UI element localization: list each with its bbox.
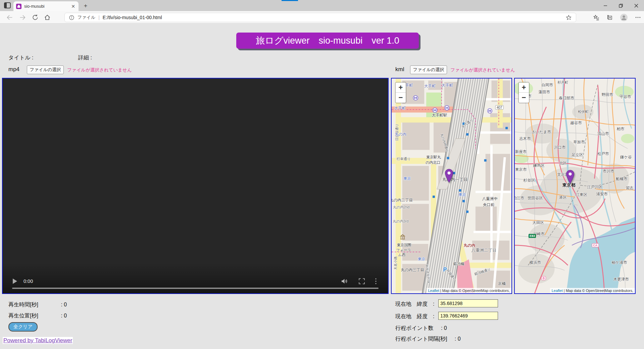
- app-title-banner: 旅ログviewer sio-musubi ver 1.0: [236, 33, 419, 49]
- window-controls: [598, 0, 644, 11]
- mute-icon[interactable]: [340, 277, 348, 285]
- fullscreen-icon[interactable]: [358, 277, 366, 285]
- longitude-label: 現在地 経度 :: [395, 313, 434, 319]
- map-attribution: Leaflet | Map data © OpenStreetMap contr…: [550, 288, 635, 293]
- play-time-row: 再生時間[秒] : 0: [8, 301, 67, 308]
- map-marker-icon[interactable]: [445, 169, 453, 183]
- info-icon[interactable]: [69, 15, 75, 20]
- address-bar[interactable]: ファイル | E:/tlv/sio-musubi_01-00.html: [64, 13, 576, 22]
- zoom-in-button[interactable]: +: [396, 83, 406, 93]
- leaflet-link[interactable]: Leaflet: [428, 289, 439, 293]
- longitude-input[interactable]: [438, 312, 498, 320]
- new-tab-button[interactable]: ＋: [83, 3, 89, 9]
- url-separator: |: [98, 15, 100, 20]
- zoom-out-button[interactable]: −: [396, 93, 406, 103]
- attribution-text: | Map data © OpenStreetMap contributors,: [439, 289, 510, 293]
- video-progress-bar[interactable]: [12, 288, 379, 289]
- waypoint-interval-row: 行程ポイント間隔[秒] : 0: [395, 336, 461, 343]
- kml-label: kml: [395, 66, 404, 73]
- play-icon[interactable]: [13, 279, 17, 284]
- profile-avatar[interactable]: [620, 13, 628, 21]
- play-position-value: : 0: [61, 313, 67, 318]
- kml-no-file-text: ファイルが選択されていません: [450, 67, 515, 73]
- tab-actions-icon[interactable]: [4, 2, 11, 8]
- window-close-button[interactable]: [629, 0, 644, 11]
- map-attribution: Leaflet | Map data © OpenStreetMap contr…: [427, 288, 511, 293]
- toolbar-right-icons: [593, 13, 641, 21]
- zoom-in-button[interactable]: +: [519, 83, 529, 93]
- latitude-row: 現在地 緯度 :: [395, 301, 434, 308]
- zoom-control: + −: [518, 82, 530, 103]
- latitude-input[interactable]: [438, 299, 498, 307]
- wide-map-tiles: [515, 79, 635, 293]
- url-scheme-label: ファイル: [78, 14, 95, 20]
- overflow-menu-icon[interactable]: [372, 277, 380, 285]
- zoom-control: + −: [395, 82, 406, 103]
- map-marker-icon[interactable]: [566, 170, 575, 184]
- back-icon[interactable]: [6, 14, 13, 21]
- detail-label: 詳細 :: [78, 54, 92, 61]
- play-position-row: 再生位置[秒] : 0: [8, 312, 67, 319]
- kml-file-choose-button[interactable]: ファイルの選択: [410, 65, 447, 74]
- tab-close-icon[interactable]: ✕: [70, 4, 76, 9]
- app-favicon-onigiri-icon: [16, 4, 21, 9]
- play-position-label: 再生位置[秒]: [8, 312, 59, 319]
- video-player[interactable]: 0:00: [2, 78, 389, 294]
- detail-map[interactable]: 大手町大手町大手町407大手町大手町駅日比谷通り永代通り丸の内東京駅丸の内北口丸…: [391, 78, 512, 294]
- mp4-label: mp4: [8, 66, 19, 73]
- clear-all-button[interactable]: 全クリア: [8, 322, 38, 332]
- page-body: 旅ログviewer sio-musubi ver 1.0 タイトル : 詳細 :…: [0, 23, 644, 349]
- waypoint-interval-value: : 0: [455, 336, 461, 342]
- wide-map[interactable]: 上尾市白岡市杉戸町蓮田市春日部市野田市守谷市松伏町越谷市さいたま市柏市流山市志木…: [514, 78, 636, 294]
- collections-icon[interactable]: [606, 14, 613, 21]
- forward-icon[interactable]: [19, 14, 26, 21]
- waypoint-count-row: 行程ポイント数 : 0: [395, 325, 447, 332]
- home-icon[interactable]: [44, 14, 51, 21]
- refresh-icon[interactable]: [32, 14, 39, 21]
- url-text[interactable]: E:/tlv/sio-musubi_01-00.html: [103, 15, 562, 20]
- powered-by-link[interactable]: Powered by TabiLogViewer: [3, 337, 73, 344]
- favorites-bar-icon[interactable]: [593, 14, 600, 21]
- powered-by: Powered by TabiLogViewer: [3, 337, 73, 344]
- mp4-no-file-text: ファイルが選択されていません: [67, 67, 132, 73]
- mp4-file-choose-button[interactable]: ファイルの選択: [27, 65, 64, 74]
- play-time-value: : 0: [61, 302, 67, 307]
- longitude-row: 現在地 経度 :: [395, 313, 434, 320]
- waypoint-count-label: 行程ポイント数: [395, 325, 434, 331]
- window-restore-button[interactable]: [613, 0, 629, 11]
- tab-title: sio-musubi: [24, 4, 68, 9]
- browser-tab[interactable]: sio-musubi ✕: [13, 1, 79, 11]
- zoom-out-button[interactable]: −: [519, 93, 529, 103]
- play-time-label: 再生時間[秒]: [8, 301, 59, 308]
- browser-toolbar: ファイル | E:/tlv/sio-musubi_01-00.html: [0, 11, 644, 23]
- leaflet-link[interactable]: Leaflet: [552, 289, 563, 293]
- add-favorite-star-icon[interactable]: [565, 14, 572, 21]
- taskbar-accent-line: [282, 0, 298, 1]
- detail-map-tiles: [392, 79, 511, 293]
- waypoint-interval-label: 行程ポイント間隔[秒]: [395, 336, 447, 342]
- video-time: 0:00: [23, 279, 33, 284]
- latitude-label: 現在地 緯度 :: [395, 301, 434, 307]
- window-minimize-button[interactable]: [598, 0, 613, 11]
- browser-tab-bar: sio-musubi ✕ ＋: [0, 0, 644, 11]
- title-label: タイトル :: [8, 54, 33, 61]
- attribution-text: | Map data © OpenStreetMap contributors,: [563, 289, 633, 293]
- menu-ellipsis-icon[interactable]: [635, 14, 641, 21]
- waypoint-count-value: : 0: [441, 325, 447, 331]
